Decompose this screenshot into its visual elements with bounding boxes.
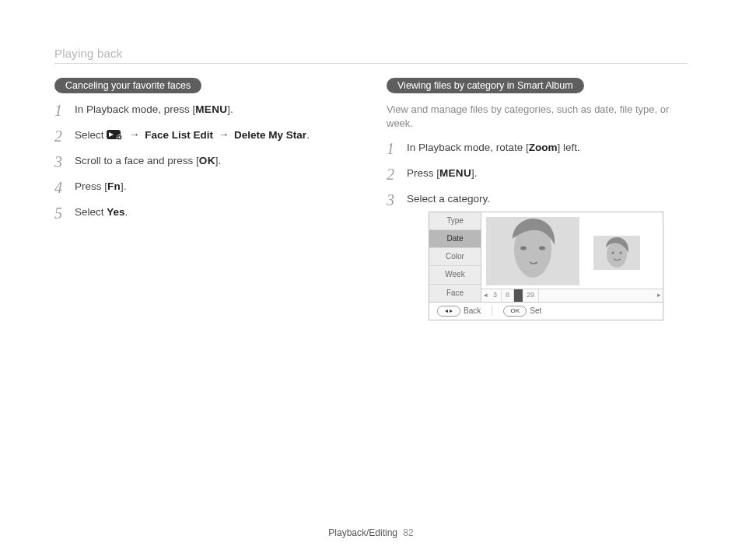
menu-item-date[interactable]: Date	[429, 230, 481, 248]
preview-area: ◂ 3 8 29 ▸	[481, 212, 663, 302]
menu-item-week[interactable]: Week	[429, 266, 481, 284]
film-strip: ◂ 3 8 29 ▸	[481, 289, 663, 302]
left-column: Canceling your favorite faces In Playbac…	[54, 78, 355, 331]
back-label: Back	[464, 306, 481, 317]
thumbnail-small	[593, 236, 640, 270]
step-text: Press [	[407, 167, 439, 179]
yes-label: Yes	[107, 206, 124, 218]
svg-point-11	[611, 251, 614, 254]
chevron-left-icon[interactable]: ◂	[481, 290, 489, 300]
ok-button-label: OK	[199, 155, 215, 166]
step-3: Scroll to a face and press [OK].	[54, 154, 355, 169]
step-5: Select Yes.	[54, 205, 355, 220]
step-text: ].	[121, 180, 127, 192]
step-text: .	[306, 129, 310, 141]
arrow-icon: →	[216, 128, 232, 142]
screen-footer: ◂ ▸ Back OK Set	[429, 302, 663, 320]
chevron-right-icon[interactable]: ▸	[655, 290, 663, 300]
ok-badge-icon: OK	[503, 306, 527, 317]
svg-point-3	[119, 136, 121, 138]
step-text: Scroll to a face and press [	[75, 155, 199, 166]
step-3: Select a category. Type Date Color Week …	[387, 192, 688, 320]
step-2: Select	[54, 128, 355, 143]
thumbnail-large	[486, 217, 579, 285]
menu-item-type[interactable]: Type	[429, 212, 481, 230]
steps-list-right: In Playback mode, rotate [Zoom] left. Pr…	[387, 141, 688, 320]
step-text: Press [	[75, 180, 107, 192]
film-segment-active	[514, 289, 523, 302]
menu-item-face[interactable]: Face	[429, 285, 481, 302]
step-text: In Playback mode, rotate [	[407, 142, 529, 153]
zoom-label: Zoom	[529, 142, 558, 153]
step-text: .	[125, 206, 128, 218]
separator	[492, 306, 492, 317]
screen-body: Type Date Color Week Face	[429, 212, 663, 302]
right-column: Viewing files by category in Smart Album…	[387, 78, 688, 331]
step-text: ].	[471, 167, 478, 179]
step-text: ] left.	[558, 142, 580, 153]
film-segment: 29	[523, 289, 539, 302]
footer-section: Playback/Editing	[328, 527, 397, 538]
arrow-icon: →	[127, 128, 142, 142]
menu-button-label: MENU	[439, 167, 471, 179]
category-menu: Type Date Color Week Face	[429, 212, 481, 302]
page-number: 82	[403, 527, 413, 538]
playback-settings-icon	[107, 129, 124, 140]
step-text: ].	[215, 155, 222, 166]
film-segment: 8	[502, 289, 514, 302]
topic-pill-smart-album: Viewing files by category in Smart Album	[387, 78, 584, 93]
step-1: In Playback mode, press [MENU].	[54, 103, 355, 117]
page-section-title: Playing back	[54, 47, 688, 60]
face-list-edit-label: Face List Edit	[142, 129, 216, 141]
menu-button-label: MENU	[195, 103, 227, 115]
dpad-icon: ◂ ▸	[437, 306, 460, 317]
camera-screen: Type Date Color Week Face	[429, 212, 663, 320]
step-text: Select a category.	[407, 193, 490, 205]
footer-back-group: ◂ ▸ Back	[429, 306, 488, 317]
intro-text: View and manage files by categories, suc…	[387, 103, 688, 130]
manual-page: Playing back Canceling your favorite fac…	[0, 0, 742, 560]
film-segment: 3	[489, 289, 502, 302]
delete-my-star-label: Delete My Star	[231, 129, 306, 141]
step-text: Select	[75, 129, 107, 141]
fn-button-label: Fn	[107, 180, 121, 192]
step-2: Press [MENU].	[387, 166, 688, 181]
step-text: In Playback mode, press [	[75, 103, 195, 115]
topic-pill-cancel-faces: Canceling your favorite faces	[54, 78, 201, 93]
steps-list-left: In Playback mode, press [MENU]. Select	[54, 103, 355, 219]
page-footer: Playback/Editing 82	[0, 527, 742, 538]
step-1: In Playback mode, rotate [Zoom] left.	[387, 141, 688, 156]
header-rule	[54, 63, 688, 64]
step-text: Select	[75, 206, 107, 218]
menu-item-color[interactable]: Color	[429, 248, 481, 266]
set-label: Set	[530, 306, 541, 317]
step-4: Press [Fn].	[54, 180, 355, 194]
step-text: ].	[227, 103, 233, 115]
footer-set-group: OK Set	[495, 306, 549, 317]
two-column-layout: Canceling your favorite faces In Playbac…	[54, 78, 688, 331]
svg-point-12	[619, 251, 621, 254]
